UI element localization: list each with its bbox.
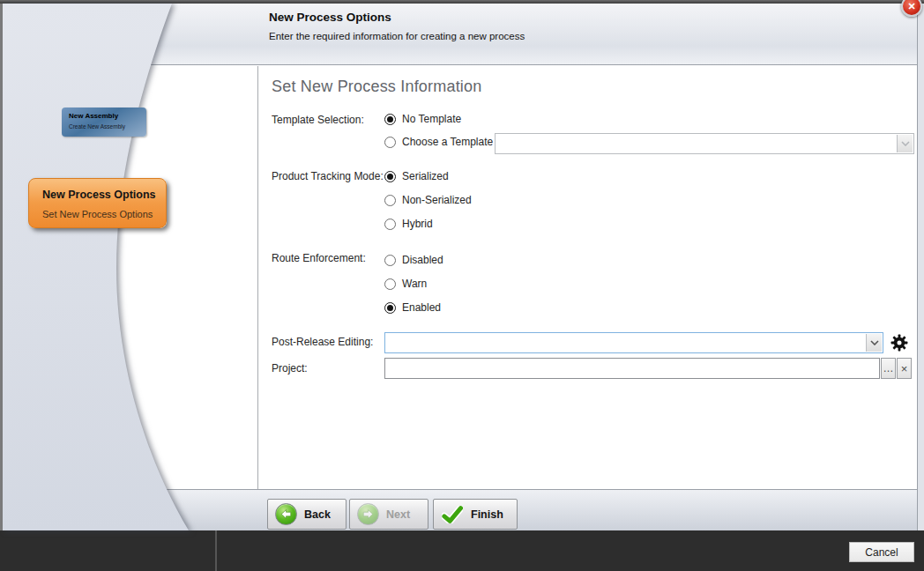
step-subtitle: Create New Assembly — [69, 123, 125, 130]
back-arrow-icon — [275, 503, 297, 525]
bottom-bar-divider — [215, 530, 217, 571]
template-combobox[interactable] — [495, 133, 914, 154]
radio-non-serialized[interactable]: Non-Serialized — [384, 194, 472, 206]
chevron-down-icon[interactable] — [866, 334, 882, 352]
window-right-edge — [917, 4, 924, 530]
radio-label: Warn — [402, 278, 427, 290]
radio-no-template[interactable]: No Template — [384, 113, 461, 125]
radio-enabled[interactable]: Enabled — [384, 301, 441, 314]
step-new-process-options[interactable]: New Process Options Set New Process Opti… — [28, 178, 167, 228]
radio-icon[interactable] — [384, 278, 396, 290]
next-button-label: Next — [386, 508, 410, 521]
form-heading: Set New Process Information — [272, 78, 482, 96]
radio-choose-template[interactable]: Choose a Template — [384, 136, 493, 148]
post-release-editing-label: Post-Release Editing: — [272, 336, 373, 348]
template-selection-label: Template Selection: — [272, 114, 364, 126]
close-icon: ✕ — [907, 1, 915, 12]
radio-icon[interactable] — [384, 171, 396, 182]
radio-label: Choose a Template — [402, 136, 493, 148]
wizard-content: New Process Options Enter the required i… — [3, 4, 917, 530]
route-enforcement-label: Route Enforcement: — [272, 252, 366, 264]
bottom-bar: Cancel — [0, 530, 924, 571]
project-input[interactable] — [384, 358, 880, 379]
radio-hybrid[interactable]: Hybrid — [384, 218, 433, 230]
finish-check-icon — [441, 503, 464, 525]
browse-button[interactable]: … — [881, 358, 896, 379]
radio-label: No Template — [402, 113, 461, 125]
next-button[interactable]: Next — [349, 499, 428, 530]
radio-label: Enabled — [402, 301, 441, 314]
radio-label: Hybrid — [402, 218, 433, 230]
radio-icon[interactable] — [384, 195, 396, 206]
chevron-down-icon[interactable] — [897, 135, 913, 152]
radio-icon[interactable] — [384, 255, 396, 266]
radio-serialized[interactable]: Serialized — [384, 170, 449, 182]
radio-icon[interactable] — [384, 302, 396, 314]
gear-icon[interactable] — [890, 334, 908, 352]
x-icon: × — [901, 362, 908, 375]
ellipsis-icon: … — [883, 362, 894, 374]
page-title: New Process Options — [269, 11, 391, 24]
step-title: New Process Options — [42, 189, 156, 201]
product-tracking-mode-label: Product Tracking Mode: — [272, 170, 384, 182]
back-button-label: Back — [304, 508, 331, 521]
radio-warn[interactable]: Warn — [384, 278, 427, 290]
radio-icon[interactable] — [384, 114, 396, 125]
radio-icon[interactable] — [384, 137, 396, 148]
form-panel: Set New Process Information Template Sel… — [257, 66, 917, 489]
page-subtitle: Enter the required information for creat… — [269, 31, 525, 41]
radio-icon[interactable] — [384, 219, 396, 230]
step-new-assembly[interactable]: New Assembly Create New Assembly — [62, 108, 146, 137]
wizard-window: New Process Options Enter the required i… — [0, 0, 924, 571]
radio-label: Non-Serialized — [402, 194, 472, 206]
next-arrow-icon — [357, 503, 379, 525]
clear-button[interactable]: × — [897, 358, 912, 379]
radio-disabled[interactable]: Disabled — [384, 254, 443, 266]
step-title: New Assembly — [69, 112, 118, 120]
post-release-editing-combobox[interactable] — [384, 332, 883, 353]
back-button[interactable]: Back — [267, 499, 346, 530]
finish-button-label: Finish — [471, 508, 503, 521]
radio-label: Disabled — [402, 254, 443, 266]
cancel-button-label: Cancel — [865, 546, 898, 559]
radio-label: Serialized — [402, 170, 449, 182]
cancel-button[interactable]: Cancel — [849, 542, 914, 562]
project-label: Project: — [272, 362, 308, 374]
finish-button[interactable]: Finish — [433, 499, 518, 530]
sidebar-curve — [3, 4, 205, 530]
step-subtitle: Set New Process Options — [42, 209, 153, 219]
